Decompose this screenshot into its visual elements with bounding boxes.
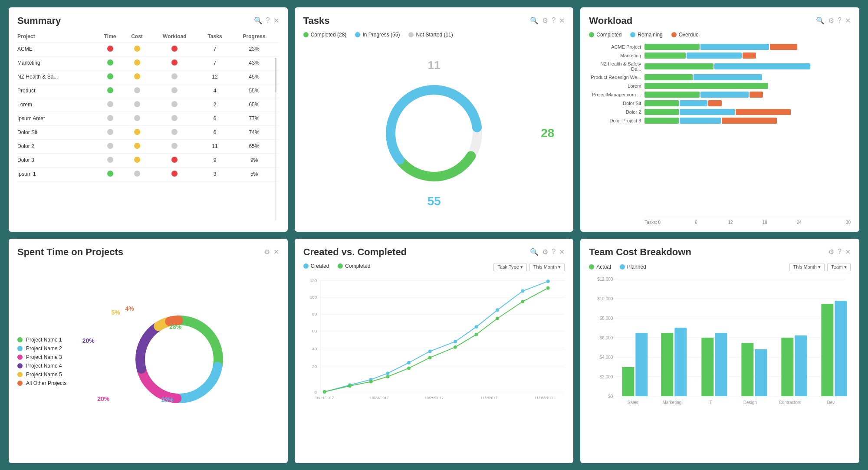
cc-icons: 🔍 ⚙ ? ✕ [530, 248, 565, 256]
help-icon[interactable]: ? [838, 248, 842, 256]
workload-project-name: NZ Health & Safety De... [589, 61, 641, 72]
dashboard: Summary 🔍 ? ✕ Project Time Cost Workload… [9, 7, 859, 463]
svg-point-38 [496, 316, 499, 320]
workload-header: Workload 🔍 ⚙ ? ✕ [589, 15, 851, 26]
workload-project-name: Dolor 2 [589, 109, 641, 115]
planned-label: Planned [627, 264, 646, 270]
spent-legend-label: Project Name 3 [26, 354, 62, 360]
svg-text:$8,000: $8,000 [600, 316, 613, 321]
search-icon[interactable]: 🔍 [816, 16, 825, 25]
workload-cell [151, 167, 201, 181]
notstarted-dot [408, 32, 414, 37]
cost-cell [125, 98, 151, 112]
svg-point-29 [546, 279, 550, 283]
tc-bar-chart: $12,000 $10,000 $8,000 $6,000 $4,000 $2,… [589, 275, 851, 456]
this-month-tc-filter[interactable]: This Month ▾ [789, 263, 825, 271]
tasks-cell: 6 [201, 125, 232, 139]
spent-legend-dot [17, 363, 23, 368]
cc-line-chart: 0 20 40 60 80 100 120 [303, 274, 565, 413]
close-icon[interactable]: ✕ [559, 248, 565, 256]
workload-legend: Completed Remaining Overdue [589, 32, 851, 38]
gear-icon[interactable]: ⚙ [828, 248, 834, 256]
axis-label-30: 30 [816, 220, 851, 225]
col-tasks: Tasks [201, 32, 232, 43]
label-notstarted: 11 [428, 59, 441, 72]
completed-bar-seg [644, 74, 693, 80]
svg-point-22 [386, 371, 389, 375]
donut-svg [373, 72, 495, 194]
svg-text:11/06/2017: 11/06/2017 [534, 396, 553, 400]
help-icon[interactable]: ? [552, 248, 556, 256]
svg-point-36 [454, 345, 457, 348]
donut-container: 11 28 55 [303, 42, 565, 225]
help-icon[interactable]: ? [266, 16, 270, 25]
search-icon[interactable]: 🔍 [530, 248, 539, 256]
progress-cell: 55% [232, 84, 279, 98]
sales-planned-bar [636, 333, 648, 396]
gear-icon[interactable]: ⚙ [264, 248, 270, 256]
close-icon[interactable]: ✕ [845, 16, 851, 25]
svg-point-31 [348, 384, 352, 388]
tasks-legend: Completed (28) In Progress (55) Not Star… [303, 32, 565, 38]
table-row: Ipsum 1 3 5% [17, 167, 279, 181]
spent-legend-dot [17, 346, 23, 351]
workload-project-name: Product Redesign We... [589, 75, 641, 80]
svg-point-37 [474, 332, 478, 336]
project-name: NZ Health & Sa... [17, 70, 98, 84]
tc-legend: Actual Planned [589, 264, 646, 270]
task-type-filter[interactable]: Task Type ▾ [493, 263, 526, 271]
svg-text:Dev: Dev [827, 400, 835, 405]
close-icon[interactable]: ✕ [273, 248, 279, 256]
overdue-bar-seg [722, 118, 777, 124]
help-icon[interactable]: ? [838, 16, 842, 25]
svg-text:Design: Design [743, 400, 757, 405]
project-name: Dolor Sit [17, 125, 98, 139]
time-cell [98, 125, 125, 139]
workload-project-name: Lorem [589, 83, 641, 89]
inprogress-dot [355, 32, 360, 37]
spent-legend-item: Project Name 5 [17, 371, 66, 378]
time-cell [98, 98, 125, 112]
close-icon[interactable]: ✕ [559, 16, 565, 25]
spent-legend-dot [17, 381, 23, 386]
gear-icon[interactable]: ⚙ [542, 16, 548, 25]
gear-icon[interactable]: ⚙ [542, 248, 548, 256]
table-row: Ipsum Amet 6 77% [17, 112, 279, 125]
svg-text:$10,000: $10,000 [598, 296, 614, 301]
svg-text:10/23/2017: 10/23/2017 [370, 396, 389, 400]
spent-legend-label: Project Name 5 [26, 371, 62, 378]
scrollbar[interactable] [275, 58, 276, 220]
progress-cell: 43% [232, 56, 279, 70]
progress-cell: 23% [232, 42, 279, 56]
summary-header: Summary 🔍 ? ✕ [17, 15, 279, 26]
spent-legend-item: Project Name 4 [17, 363, 66, 369]
workload-bar [644, 44, 851, 50]
it-planned-bar [715, 333, 727, 396]
completed-bar-seg [644, 92, 700, 98]
gear-icon[interactable]: ⚙ [828, 16, 834, 25]
completed-bar-seg [644, 53, 686, 59]
workload-title: Workload [589, 15, 632, 26]
tc-icons: ⚙ ? ✕ [828, 248, 851, 256]
created-label: Created [311, 263, 329, 269]
time-cell [98, 112, 125, 125]
tasks-cell: 2 [201, 98, 232, 112]
cost-cell [125, 112, 151, 125]
cc-completed-dot [338, 263, 343, 269]
created-dot [303, 263, 309, 269]
search-icon[interactable]: 🔍 [530, 16, 539, 25]
spent-legend-label: Project Name 2 [26, 345, 62, 352]
workload-cell [151, 153, 201, 167]
search-icon[interactable]: 🔍 [254, 16, 263, 25]
tasks-cell: 6 [201, 112, 232, 125]
spent-legend: Project Name 1Project Name 2Project Name… [17, 337, 66, 386]
help-icon[interactable]: ? [552, 16, 556, 25]
team-filter[interactable]: Team ▾ [827, 263, 851, 271]
tc-header: Team Cost Breakdown ⚙ ? ✕ [589, 247, 851, 258]
svg-text:120: 120 [310, 278, 317, 283]
close-icon[interactable]: ✕ [845, 248, 851, 256]
close-icon[interactable]: ✕ [273, 16, 279, 25]
cost-cell [125, 153, 151, 167]
this-month-filter[interactable]: This Month ▾ [529, 263, 565, 271]
svg-point-30 [322, 390, 326, 393]
